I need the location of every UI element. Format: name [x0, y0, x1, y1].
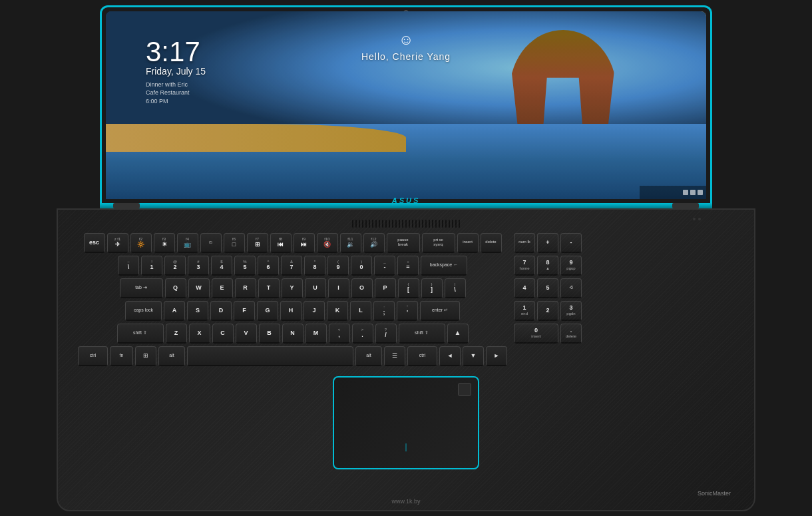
key-slash[interactable]: ?/	[375, 324, 397, 344]
key-y[interactable]: Y	[282, 278, 303, 298]
key-j[interactable]: J	[304, 301, 325, 321]
key-backtick[interactable]: ~\	[118, 256, 139, 276]
key-up[interactable]: ▲	[447, 324, 469, 344]
key-alt-left[interactable]: alt	[158, 346, 185, 366]
key-f5[interactable]: f5	[200, 233, 222, 253]
key-z[interactable]: Z	[166, 324, 187, 344]
key-h[interactable]: H	[280, 301, 302, 321]
key-f11[interactable]: f11🔉	[340, 233, 361, 253]
key-b[interactable]: B	[259, 324, 280, 344]
key-period[interactable]: >.	[352, 324, 373, 344]
key-4[interactable]: $4	[211, 256, 232, 276]
key-down[interactable]: ▼	[463, 346, 484, 366]
key-g[interactable]: G	[257, 301, 278, 321]
key-backslash[interactable]: |\	[445, 278, 466, 298]
key-prt-sc[interactable]: prt scsysrq	[422, 233, 455, 253]
key-8[interactable]: *8	[304, 256, 325, 276]
key-num-5[interactable]: 5	[537, 278, 558, 298]
key-t[interactable]: T	[258, 278, 280, 298]
key-minus[interactable]: _-	[374, 256, 395, 276]
touchpad-button[interactable]	[458, 383, 471, 396]
key-spacebar[interactable]	[187, 346, 353, 366]
touchpad[interactable]	[333, 376, 479, 469]
key-alt-right[interactable]: alt	[355, 346, 382, 366]
key-q[interactable]: Q	[165, 278, 186, 298]
key-caps-lock[interactable]: caps lock	[125, 301, 162, 321]
key-num-2[interactable]: 2	[537, 301, 558, 321]
key-f12[interactable]: f12🔊	[363, 233, 385, 253]
key-insert[interactable]: insert	[457, 233, 479, 253]
key-menu[interactable]: ☰	[384, 346, 405, 366]
key-ctrl-right[interactable]: ctrl	[407, 346, 437, 366]
key-f4[interactable]: f4📺	[177, 233, 198, 253]
key-fn[interactable]: fn	[110, 346, 133, 366]
key-3[interactable]: #3	[188, 256, 209, 276]
key-l[interactable]: L	[350, 301, 371, 321]
key-k[interactable]: K	[327, 301, 348, 321]
key-close-bracket[interactable]: }]	[421, 278, 443, 298]
key-f1[interactable]: z f1✈	[107, 233, 128, 253]
key-f8[interactable]: f8⏮	[270, 233, 292, 253]
main-keyboard: esc z f1✈ f2🔆 f3☀ f4📺 f5 f6□ f7⊞ f8⏮ f9⏭…	[78, 233, 507, 366]
key-f2[interactable]: f2🔆	[130, 233, 152, 253]
key-a[interactable]: A	[164, 301, 185, 321]
key-quote[interactable]: "'	[397, 301, 418, 321]
key-u[interactable]: U	[305, 278, 326, 298]
key-6[interactable]: ^6	[258, 256, 279, 276]
key-win[interactable]: ⊞	[135, 346, 156, 366]
key-f9[interactable]: f9⏭	[294, 233, 315, 253]
key-r[interactable]: R	[235, 278, 256, 298]
key-num-4[interactable]: 4	[514, 278, 535, 298]
key-semicolon[interactable]: :;	[373, 301, 395, 321]
key-enter[interactable]: enter ↵	[420, 301, 460, 321]
key-backspace[interactable]: backspace ←	[421, 256, 467, 276]
key-pause-break[interactable]: pausebreak	[387, 233, 420, 253]
key-left[interactable]: ◄	[439, 346, 461, 366]
key-num-1[interactable]: 1end	[514, 301, 535, 321]
key-num-6[interactable]: ·6	[560, 278, 582, 298]
key-delete[interactable]: delete	[481, 233, 502, 253]
key-2[interactable]: @2	[164, 256, 186, 276]
key-1[interactable]: !1	[141, 256, 162, 276]
key-num-9[interactable]: 9pgup	[560, 256, 582, 276]
key-o[interactable]: O	[351, 278, 373, 298]
key-ctrl-left[interactable]: ctrl	[78, 346, 108, 366]
key-tab[interactable]: tab ⇥	[120, 278, 163, 298]
key-num-plus[interactable]: +	[537, 233, 558, 253]
key-right[interactable]: ►	[486, 346, 507, 366]
key-f3[interactable]: f3☀	[154, 233, 175, 253]
key-d[interactable]: D	[210, 301, 232, 321]
key-e[interactable]: E	[212, 278, 233, 298]
key-p[interactable]: P	[375, 278, 396, 298]
key-num-7[interactable]: 7home	[514, 256, 535, 276]
key-5[interactable]: %5	[234, 256, 256, 276]
key-0[interactable]: )0	[351, 256, 372, 276]
key-num-8[interactable]: 8▲	[537, 256, 558, 276]
key-n[interactable]: N	[282, 324, 304, 344]
key-x[interactable]: X	[189, 324, 210, 344]
key-7[interactable]: &7	[281, 256, 302, 276]
key-comma[interactable]: <,	[329, 324, 350, 344]
vent-slot	[352, 220, 353, 228]
key-f7[interactable]: f7⊞	[247, 233, 268, 253]
key-shift-right[interactable]: shift ⇧	[399, 324, 445, 344]
key-equals[interactable]: +=	[397, 256, 419, 276]
key-esc[interactable]: esc	[84, 233, 105, 253]
key-v[interactable]: V	[236, 324, 257, 344]
key-c[interactable]: C	[212, 324, 234, 344]
key-num-0[interactable]: 0insert	[514, 324, 558, 344]
key-i[interactable]: I	[328, 278, 349, 298]
key-shift-left[interactable]: shift ⇧	[117, 324, 164, 344]
key-m[interactable]: M	[305, 324, 327, 344]
key-num-minus[interactable]: -	[560, 233, 582, 253]
key-w[interactable]: W	[188, 278, 210, 298]
key-num-3[interactable]: 3pgdn	[560, 301, 582, 321]
key-open-bracket[interactable]: {[	[398, 278, 419, 298]
key-s[interactable]: S	[187, 301, 208, 321]
key-num-lock[interactable]: num lk	[514, 233, 535, 253]
key-9[interactable]: (9	[327, 256, 349, 276]
key-f10[interactable]: f10🔇	[317, 233, 338, 253]
key-f6[interactable]: f6□	[224, 233, 245, 253]
key-num-dot[interactable]: .delete	[560, 324, 582, 344]
key-f[interactable]: F	[234, 301, 255, 321]
